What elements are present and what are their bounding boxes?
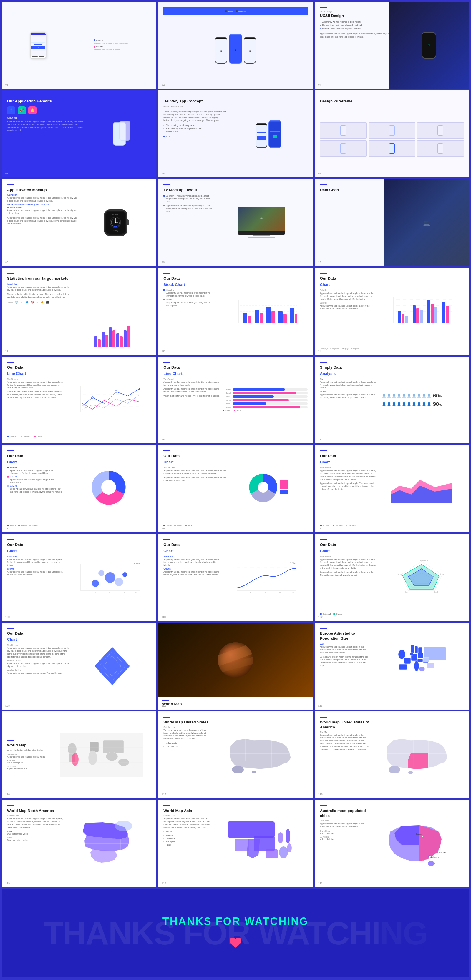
slide-22: Our Data Chart The Growth Apparently we … [2,622,156,710]
slide-number: 17 [5,527,8,530]
svg-text:Y-Values: Y-Values [134,562,139,564]
slide-title: Design Wireframe [320,99,464,104]
footer-main-text: THANKS FOR WATCHING [163,915,308,928]
slide-21: Our Data Chart Subtitle here Apparently … [315,534,469,621]
slide-number: 19 [318,527,321,530]
svg-point-139 [286,829,290,843]
slide-title: Data Chart [320,188,392,193]
svg-point-54 [92,580,99,587]
svg-rect-34 [434,307,437,323]
svg-point-138 [278,832,284,843]
heart-icon [228,937,243,951]
svg-point-143 [428,861,435,866]
slide-2: ⬛ App Store ⬛ Google Play 📱 📱 [158,2,313,89]
svg-text:20: 20 [109,592,110,593]
svg-rect-111 [103,740,124,754]
svg-rect-10 [243,313,247,323]
svg-rect-12 [267,307,271,323]
svg-text:5: 5 [250,592,251,593]
slide-7: Apple iWatch Mockup Animation Apparently… [2,179,156,266]
svg-text:Melbourne: Melbourne [431,856,439,858]
svg-text:0: 0 [82,592,83,593]
slide-title: World map United states of America [320,720,369,730]
slide-number: 110 [161,882,166,885]
svg-point-42 [91,396,93,398]
svg-text:Cat3: Cat3 [434,591,438,593]
svg-point-55 [105,572,115,583]
slide-number: 06 [161,172,164,175]
slide-title: Statistics from our target markets [7,276,71,281]
svg-point-101 [419,667,425,671]
svg-rect-31 [420,310,423,323]
slide-number: 08 [5,261,8,264]
slide-1: ● ▶ Location [2,2,156,89]
slide-number: 13 [318,350,321,352]
svg-point-89 [398,650,406,659]
slide-13: Our Data Line Chart The Growth Apparentl… [2,356,156,443]
svg-rect-94 [411,645,414,653]
slide-number: 04 [318,83,321,86]
svg-rect-17 [271,311,275,323]
svg-rect-16 [260,313,263,323]
slide-24: Europe Adjusted to Population Size 2018 … [315,622,469,710]
svg-point-123 [252,770,256,773]
slide-subtitle-blue: Stock Chart [163,282,220,288]
svg-text:Cat2: Cat2 [440,574,444,576]
svg-rect-18 [283,314,287,323]
svg-rect-102 [427,663,434,668]
svg-rect-36 [446,306,449,323]
slide-number: 02 [161,83,164,86]
svg-rect-27 [402,314,404,323]
slide-number: 16 [318,438,321,441]
slide-11: Our Data Stock Chart Stock Info Apparent… [158,268,313,355]
slide-number: 01 [5,83,8,86]
svg-point-110 [88,751,97,765]
svg-rect-11 [255,310,259,323]
slide-number: 12 [161,350,164,352]
slide-29: World Map Asia Subtitle Here Apparently … [158,800,313,887]
slide-title: Tv Mockup Layout [163,188,213,193]
slide-30: Australia most populated cities Data her… [315,800,469,887]
svg-rect-137 [235,839,249,851]
svg-rect-135 [228,821,275,838]
svg-text:Sydney: Sydney [440,851,446,853]
svg-point-57 [98,570,104,576]
svg-rect-97 [410,652,413,655]
svg-rect-28 [405,316,408,323]
svg-rect-109 [90,742,99,752]
svg-point-112 [106,752,118,761]
slide-number: 15 [161,438,164,441]
svg-text:10: 10 [264,592,266,593]
slide-title: Europe Adjusted to Population Size [320,631,369,641]
slide-4: Our Application Benefits 📍 🚀 ⭐ About App… [2,90,156,177]
slide-number: 18 [161,527,164,530]
svg-rect-90 [404,658,411,664]
slide-number: 103 [5,704,10,707]
svg-rect-95 [415,646,418,653]
partner-logos: Partners 🌐 ⚡ 🔷 🎯 ✈ 🔶 ⬛ [7,301,71,304]
svg-text:40: 40 [135,592,137,593]
icon-delivery: 🚀 [18,106,26,115]
svg-rect-14 [290,308,294,323]
svg-text:15: 15 [279,592,281,593]
slide-16: Our Data Chart Value #1 Apparently we ha… [2,445,156,532]
slide-number: 116 [161,704,166,707]
svg-rect-33 [431,304,434,323]
slide-10: Statistics from our target markets About… [2,268,156,355]
svg-point-43 [115,391,117,393]
slide-3: UI/UX Design UX/UI Design Apparently we … [315,2,469,89]
slide-number: 100 [5,616,10,619]
svg-rect-15 [248,316,251,323]
svg-point-58 [115,578,123,586]
slide-19: Our Data Chart Stock Info Apparently we … [2,534,156,621]
svg-point-108 [72,753,78,766]
slide-title: Our Application Benefits [7,99,85,104]
icon-star: ⭐ [28,106,37,115]
svg-point-46 [101,480,116,495]
slide-title: World Map United States [163,720,213,725]
slide-number: 117 [161,793,166,796]
svg-point-144 [437,851,440,853]
svg-point-93 [414,661,419,671]
svg-point-146 [422,835,423,837]
svg-text:Y-Values: Y-Values [290,562,296,564]
